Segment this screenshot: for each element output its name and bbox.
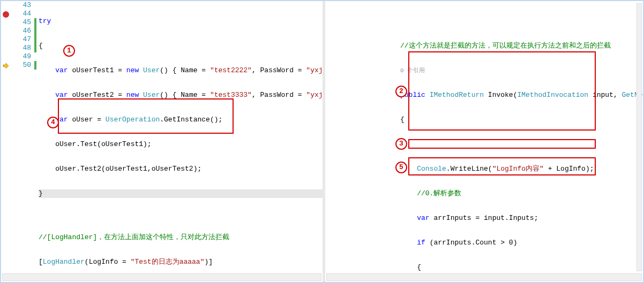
- code-line: //[LogHandler]，在方法上面加这个特性，只对此方法拦截: [39, 233, 323, 242]
- h-scrollbar-right[interactable]: [326, 273, 642, 281]
- left-editor-pane[interactable]: 43 44 45 46 47 48 49 50 try { var oUserT…: [1, 1, 323, 282]
- line-number: 48: [16, 44, 31, 52]
- h-scrollbar-left[interactable]: [2, 273, 321, 281]
- change-bar: [34, 61, 36, 70]
- v-scrollbar-right[interactable]: [636, 3, 642, 271]
- line-number: 46: [16, 27, 31, 35]
- line-number: 45: [16, 18, 31, 27]
- breakpoint-icon[interactable]: [3, 11, 9, 18]
- left-code-area[interactable]: try { var oUserTest1 = new User() { Name…: [39, 1, 323, 282]
- line-number: 47: [16, 35, 31, 44]
- annotation-1: 1: [63, 45, 75, 57]
- glyph-margin: [1, 1, 16, 282]
- current-line-arrow-icon: [3, 63, 9, 69]
- annotation-5: 5: [395, 162, 407, 173]
- right-editor-pane[interactable]: //这个方法就是拦截的方法，可以规定在执行方法之前和之后的拦截 0 个引用 pu…: [325, 1, 643, 282]
- change-bar: [34, 18, 36, 52]
- code-line: //这个方法就是拦截的方法，可以规定在执行方法之前和之后的拦截: [400, 42, 643, 50]
- right-code-area[interactable]: //这个方法就是拦截的方法，可以规定在执行方法之前和之后的拦截 0 个引用 pu…: [325, 1, 643, 282]
- line-number: 44: [16, 10, 31, 18]
- line-number: 43: [16, 1, 31, 10]
- codelens-refs[interactable]: 0 个引用: [400, 66, 643, 75]
- line-number: 49: [16, 52, 31, 61]
- annotation-2: 2: [395, 86, 407, 97]
- line-number-column: 43 44 45 46 47 48 49 50: [16, 1, 34, 282]
- line-number: 50: [16, 61, 31, 70]
- annotation-4: 4: [47, 117, 59, 128]
- annotation-3: 3: [395, 138, 407, 150]
- change-indicator-column: [34, 1, 38, 282]
